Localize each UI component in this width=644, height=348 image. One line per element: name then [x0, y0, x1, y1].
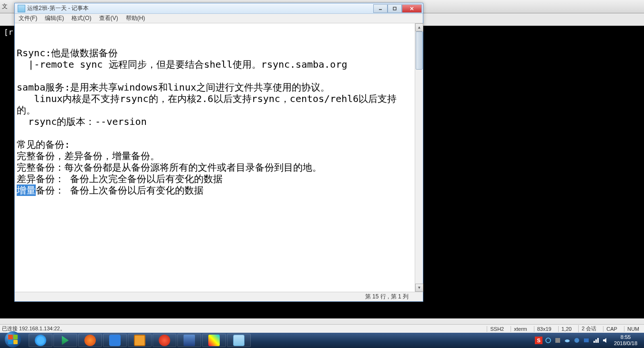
terminal-menu-label[interactable]: 文 [2, 2, 8, 10]
taskbar-item-vmware[interactable] [128, 334, 152, 347]
ssh-sessions: 2 会话 [578, 325, 599, 332]
ssh-cursor: 1,20 [558, 326, 574, 332]
vertical-scrollbar[interactable]: ▲ ▼ [415, 23, 423, 292]
ssh-status-right: SSH2 xterm 83x19 1,20 2 会话 CAP NUM [487, 325, 642, 332]
taskbar: S 8:55 2018/0/18 [0, 333, 644, 348]
scroll-up-button[interactable]: ▲ [415, 23, 423, 31]
taskbar-item-app1[interactable] [103, 334, 127, 347]
scroll-down-button[interactable]: ▼ [415, 284, 423, 292]
svg-rect-11 [597, 338, 599, 343]
menu-help[interactable]: 帮助(H) [124, 13, 147, 23]
ssh-term: xterm [511, 326, 530, 332]
notepad-statusbar: 第 15 行 , 第 1 列 [15, 292, 423, 301]
notepad-menubar: 文件(F) 编辑(E) 格式(O) 查看(V) 帮助(H) [15, 14, 423, 23]
start-button[interactable] [0, 333, 26, 348]
taskbar-item-desktop[interactable] [177, 334, 201, 347]
maximize-button[interactable] [388, 4, 402, 13]
text-selection: 增量 [17, 184, 36, 196]
notepad-titlebar[interactable]: 运维2班-第一天 - 记事本 [15, 3, 423, 14]
menu-format[interactable]: 格式(O) [70, 13, 93, 23]
window-controls [373, 4, 422, 13]
terminal-prompt: [r [4, 28, 13, 37]
notepad-text[interactable]: Rsync:他是做数据备份 |-remote sync 远程同步，但是要结合sh… [15, 23, 415, 292]
scroll-thumb[interactable] [416, 31, 423, 70]
svg-marker-12 [603, 338, 606, 343]
close-button[interactable] [402, 4, 422, 13]
svg-rect-1 [393, 7, 396, 10]
taskbar-clock[interactable]: 8:55 2018/0/18 [611, 334, 640, 347]
menu-edit[interactable]: 编辑(E) [43, 13, 66, 23]
text-after-selection: 备份： 备份上次备份以后有变化的数据 [36, 184, 204, 196]
svg-rect-10 [595, 339, 597, 343]
ime-icon[interactable]: S [535, 337, 542, 344]
system-tray: S 8:55 2018/0/18 [535, 333, 644, 348]
tray-cloud-icon[interactable] [563, 337, 571, 344]
ssh-protocol: SSH2 [487, 326, 507, 332]
ssh-caplock: CAP [603, 326, 620, 332]
notepad-window: 运维2班-第一天 - 记事本 文件(F) 编辑(E) 格式(O) 查看(V) 帮… [14, 3, 423, 302]
tray-icon-1[interactable] [544, 337, 552, 344]
svg-rect-8 [584, 338, 589, 342]
tray-icon-4[interactable] [583, 337, 590, 344]
cursor-position: 第 15 行 , 第 1 列 [365, 293, 409, 301]
tray-icon-2[interactable] [554, 337, 562, 344]
notepad-title: 运维2班-第一天 - 记事本 [27, 4, 373, 12]
svg-point-6 [565, 339, 570, 342]
taskbar-item-video[interactable] [53, 334, 77, 347]
svg-rect-5 [555, 338, 560, 343]
volume-icon[interactable] [602, 337, 609, 344]
taskbar-items [26, 333, 251, 348]
taskbar-item-ie[interactable] [29, 334, 52, 347]
windows-logo-icon [5, 331, 21, 348]
taskbar-item-app2[interactable] [153, 334, 176, 347]
menu-file[interactable]: 文件(F) [17, 13, 39, 23]
svg-point-7 [574, 338, 579, 343]
tray-icon-3[interactable] [573, 337, 581, 344]
notepad-icon [18, 5, 25, 12]
ssh-numlock: NUM [624, 326, 642, 332]
ssh-connection-status: 已连接 192.168.1.134:22。 [2, 325, 487, 332]
clock-date: 2018/0/18 [614, 340, 637, 347]
network-icon[interactable] [592, 337, 600, 344]
taskbar-item-paint[interactable] [202, 334, 226, 347]
clock-time: 8:55 [614, 334, 637, 340]
ssh-size: 83x19 [534, 326, 554, 332]
text-before-selection: Rsync:他是做数据备份 |-remote sync 远程同步，但是要结合sh… [17, 47, 397, 184]
taskbar-item-notepad[interactable] [227, 334, 251, 347]
svg-rect-9 [593, 341, 595, 343]
menu-view[interactable]: 查看(V) [97, 13, 120, 23]
minimize-button[interactable] [373, 4, 388, 13]
svg-point-4 [546, 338, 551, 343]
notepad-content-area: Rsync:他是做数据备份 |-remote sync 远程同步，但是要结合sh… [15, 23, 423, 292]
taskbar-item-firefox[interactable] [78, 334, 102, 347]
ssh-statusbar: 已连接 192.168.1.134:22。 SSH2 xterm 83x19 1… [0, 324, 644, 333]
